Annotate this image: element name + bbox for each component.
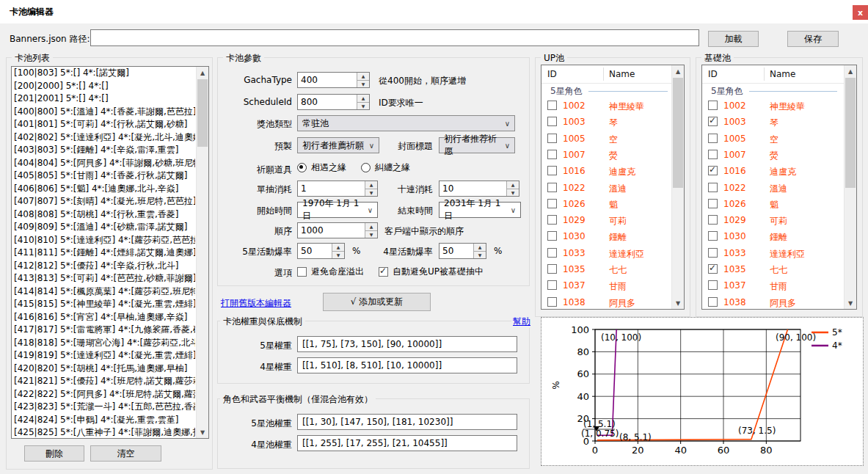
load-button[interactable]: 加載 xyxy=(708,31,759,47)
preset-combobox[interactable]: 初行者推薦祈願 ∨ xyxy=(297,137,379,153)
pool-character-row[interactable]: 1022溫迪 xyxy=(541,181,671,197)
pool-list-scrollbar[interactable]: ▲ ▼ xyxy=(196,67,208,438)
pool-list-item[interactable]: [417|817] 5*:[雷電將軍] 4*:[九條裟羅,香菱,砂糖] xyxy=(12,324,195,337)
pool-list-item[interactable]: [409|809] 5*:[溫迪] 4*:[砂糖,雷澤,諾艾爾] xyxy=(12,221,195,234)
spin-up-icon[interactable]: ▲ xyxy=(474,244,486,252)
pool-character-row[interactable]: 1030鍾離 xyxy=(541,230,671,246)
rate4-spinner[interactable]: 50 ▲▼ xyxy=(439,243,486,259)
pool-list-item[interactable]: [424|824] 5*:[申鶴] 4*:[凝光,重雲,雲堇] xyxy=(12,414,195,427)
pool-character-row[interactable]: 1007熒 xyxy=(541,148,671,164)
pool-list-item[interactable]: [413|813] 5*:[可莉] 4*:[芭芭拉,砂糖,菲謝爾] xyxy=(12,272,195,285)
pool-character-row[interactable]: 1005空 xyxy=(541,132,671,148)
cover-title-combobox[interactable]: 初行者推荐祈愿 ∨ xyxy=(439,137,515,153)
pool-character-row[interactable]: 1033達達利亞 xyxy=(541,247,671,263)
pool-character-row[interactable]: 1003琴 xyxy=(541,115,671,131)
character-checkbox[interactable] xyxy=(708,297,718,307)
pool-character-row[interactable]: 1016迪盧克 xyxy=(541,164,671,181)
base-col-id[interactable]: ID xyxy=(708,69,718,79)
start-time-picker[interactable]: 1970年 1月 1日 ∨ xyxy=(297,202,378,218)
ten-cost-spin-buttons[interactable]: ▲▼ xyxy=(506,181,519,196)
pool-list-item[interactable]: [411|811] 5*:[鍾離] 4*:[煙緋,諾艾爾,迪奧娜] xyxy=(12,247,195,260)
pool-list-item[interactable]: [410|810] 5*:[達達利亞] 4*:[蘿莎莉亞,芭芭拉,菲謝爾] xyxy=(12,234,195,247)
pool-list-item[interactable]: [418|818] 5*:[珊瑚宮心海] 4*:[蘿莎莉亞,北斗,行秋] xyxy=(12,337,195,350)
up-pool-listview[interactable]: ID Name 5星角色 1002神里綾華1003琴1005空1007熒1016… xyxy=(541,65,685,310)
character-checkbox[interactable] xyxy=(547,134,557,143)
avoid-constellation-overflow-checkbox[interactable] xyxy=(297,267,307,277)
up-scrollbar[interactable]: ▲ ▼ xyxy=(671,65,684,309)
order-spin-buttons[interactable]: ▲▼ xyxy=(365,223,377,238)
pool-list-item[interactable]: [402|802] 5*:[達達利亞] 4*:[凝光,北斗,迪奧娜] xyxy=(12,131,195,145)
pool-character-row[interactable]: 1003琴 xyxy=(702,115,844,131)
rate5-spin-buttons[interactable]: ▲▼ xyxy=(332,244,344,258)
pool-list-item[interactable]: [400|800] 5*:[溫迪] 4*:[香菱,菲謝爾,芭芭拉] xyxy=(12,106,195,119)
character-checkbox[interactable] xyxy=(708,248,718,258)
spin-up-icon[interactable]: ▲ xyxy=(357,73,369,81)
scroll-up-icon[interactable]: ▲ xyxy=(197,67,208,79)
close-button[interactable]: x xyxy=(853,5,868,20)
pool-character-row[interactable]: 1016迪盧克 xyxy=(702,164,844,181)
base-col-name[interactable]: Name xyxy=(770,69,795,79)
pool-list-item[interactable]: [100|803] 5*:[] 4*:[諾艾爾] xyxy=(12,67,195,80)
character-checkbox[interactable] xyxy=(708,215,718,225)
pool-list-item[interactable]: [425|825] 5*:[八重神子] 4*:[菲謝爾,迪奧娜,托馬] xyxy=(12,426,195,439)
pool-character-row[interactable]: 1026魈 xyxy=(702,197,844,214)
auto-avoid-up-in-base-checkbox[interactable] xyxy=(379,267,388,277)
pool-list-item[interactable]: [200|2000] 5*:[] 4*:[] xyxy=(12,80,195,93)
pool-character-row[interactable]: 1007熒 xyxy=(702,148,844,164)
scroll-down-icon[interactable]: ▼ xyxy=(197,426,208,438)
pool-character-row[interactable]: 1038阿貝多 xyxy=(541,296,671,310)
pool-list-item[interactable]: [423|823] 5*:[荒瀧一斗] 4*:[五郎,芭芭拉,香菱] xyxy=(12,401,195,414)
pool-character-row[interactable]: 1029可莉 xyxy=(702,214,844,230)
spin-up-icon[interactable]: ▲ xyxy=(332,244,344,252)
pool-list-item[interactable]: [422|822] 5*:[阿貝多] 4*:[班尼特,諾艾爾,蘿莎莉亞] xyxy=(12,388,195,401)
pool-list-item[interactable]: [420|820] 5*:[胡桃] 4*:[托馬,迪奧娜,早柚] xyxy=(12,362,195,376)
column-divider[interactable] xyxy=(764,68,765,81)
weight5-input[interactable]: [[1, 75], [73, 150], [90, 10000]] xyxy=(297,336,517,352)
scrollbar-thumb[interactable] xyxy=(845,78,856,188)
character-checkbox[interactable] xyxy=(708,231,718,241)
pool-weight5-input[interactable]: [[1, 30], [147, 150], [181, 10230]] xyxy=(297,414,517,430)
open-old-editor-link[interactable]: 打開舊版本編輯器 xyxy=(221,297,291,310)
scheduleid-spin-buttons[interactable]: ▲▼ xyxy=(357,95,369,109)
character-checkbox[interactable] xyxy=(547,264,557,274)
pool-character-row[interactable]: 1030鍾離 xyxy=(702,230,844,246)
rate5-spinner[interactable]: 50 ▲▼ xyxy=(297,243,345,259)
scroll-up-icon[interactable]: ▲ xyxy=(672,65,684,77)
character-checkbox[interactable] xyxy=(547,248,557,258)
pool-list-item[interactable]: [412|812] 5*:[優菈] 4*:[辛焱,行秋,北斗] xyxy=(12,260,195,273)
gachatype-spinner[interactable]: 400 ▲▼ xyxy=(297,72,370,88)
spin-down-icon[interactable]: ▼ xyxy=(365,231,377,238)
scroll-down-icon[interactable]: ▼ xyxy=(672,297,684,309)
character-checkbox[interactable] xyxy=(547,117,557,126)
pool-weight4-input[interactable]: [[1, 255], [17, 255], [21, 10455]] xyxy=(297,435,517,451)
character-checkbox[interactable] xyxy=(708,280,718,290)
character-checkbox[interactable] xyxy=(708,166,718,175)
character-checkbox[interactable] xyxy=(547,231,557,241)
pool-list-item[interactable]: [403|803] 5*:[鍾離] 4*:[辛焱,雷澤,重雲] xyxy=(12,144,195,157)
pool-character-row[interactable]: 1033達達利亞 xyxy=(702,247,844,263)
pool-list-item[interactable]: [414|814] 5*:[楓原萬葉] 4*:[蘿莎莉亞,班尼特,雷澤] xyxy=(12,285,195,299)
character-checkbox[interactable] xyxy=(708,101,718,110)
character-checkbox[interactable] xyxy=(547,166,557,175)
spin-down-icon[interactable]: ▼ xyxy=(357,103,369,110)
character-checkbox[interactable] xyxy=(708,264,718,274)
scroll-down-icon[interactable]: ▼ xyxy=(845,297,856,309)
pool-list-item[interactable]: [406|806] 5*:[魈] 4*:[迪奧娜,北斗,辛焱] xyxy=(12,183,195,196)
rate4-spin-buttons[interactable]: ▲▼ xyxy=(473,244,486,258)
pool-character-row[interactable]: 1029可莉 xyxy=(541,214,671,230)
pool-character-row[interactable]: 1002神里綾華 xyxy=(541,99,671,115)
pool-list-item[interactable]: [408|808] 5*:[胡桃] 4*:[行秋,重雲,香菱] xyxy=(12,208,195,222)
spin-down-icon[interactable]: ▼ xyxy=(474,252,486,259)
pool-listbox[interactable]: ▲ ▼ [100|803] 5*:[] 4*:[諾艾爾][200|2000] 5… xyxy=(11,66,209,439)
character-checkbox[interactable] xyxy=(547,215,557,225)
pool-list-item[interactable]: [407|807] 5*:[刻晴] 4*:[凝光,班尼特,芭芭拉] xyxy=(12,195,195,208)
spin-down-icon[interactable]: ▼ xyxy=(357,81,369,88)
base-scrollbar[interactable]: ▲ ▼ xyxy=(844,65,856,309)
scrollbar-thumb[interactable] xyxy=(673,78,683,188)
pool-type-combobox[interactable]: 常驻池 ∨ xyxy=(297,115,515,131)
pool-list-item[interactable]: [401|801] 5*:[可莉] 4*:[行秋,諾艾爾,砂糖] xyxy=(12,118,195,131)
radio-intertwined-fate[interactable] xyxy=(361,163,371,172)
character-checkbox[interactable] xyxy=(547,101,557,110)
character-checkbox[interactable] xyxy=(708,150,718,159)
scheduleid-spinner[interactable]: 800 ▲▼ xyxy=(297,94,370,110)
